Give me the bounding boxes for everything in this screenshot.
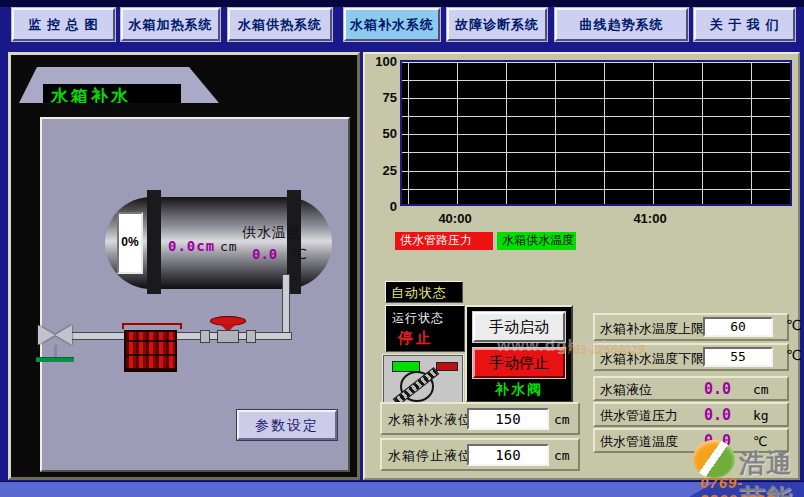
tank-level-value: 0.0 <box>695 380 740 398</box>
tank-level-unit: cm <box>220 239 238 254</box>
tab-curve-trend[interactable]: 曲线趋势系统 <box>555 8 688 41</box>
pipe-vertical <box>282 274 290 340</box>
y-axis-tick: 0 <box>367 199 397 214</box>
refill-level-label: 水箱补水液位 <box>388 411 472 429</box>
supply-temp-label: 供水温度 <box>242 224 302 242</box>
run-status-label: 运行状态 <box>392 310 444 327</box>
diagram-canvas: 0% 0.0cm cm 供水温度 0.0℃ 参数设定 <box>40 117 350 472</box>
pipe-flange <box>246 330 256 343</box>
tank-level-value: 0.0cm <box>168 238 215 254</box>
supply-temp-unit: ℃ <box>291 246 307 262</box>
window-top-strip <box>0 0 804 7</box>
stop-level-label: 水箱停止液位 <box>388 447 472 465</box>
tab-tank-heat-supply[interactable]: 水箱供热系统 <box>228 8 332 41</box>
pipe-pressure-unit: kg <box>753 408 769 423</box>
tank-level-unit: cm <box>753 382 769 397</box>
y-axis-tick: 50 <box>367 126 397 141</box>
valve-base <box>36 357 74 362</box>
page-title: 水箱补水 <box>43 84 181 110</box>
refill-level-input[interactable]: 150 <box>467 408 549 430</box>
y-axis-tick: 75 <box>367 90 397 105</box>
legend-supply-pressure: 供水管路压力 <box>395 232 493 250</box>
supply-temp-readout: 0.0℃ <box>252 246 307 262</box>
legend-tank-supply-temp: 水箱供水温度 <box>497 232 576 250</box>
panel-title-trapezoid: 水箱补水 <box>19 67 219 103</box>
tab-about-us[interactable]: 关 于 我 们 <box>694 8 795 41</box>
tank-strap-icon <box>147 190 161 294</box>
stop-level-input[interactable]: 160 <box>467 444 549 466</box>
stop-level-row: 水箱停止液位 160 cm <box>380 438 580 471</box>
heat-exchanger-icon <box>124 330 177 372</box>
temp-upper-limit-unit: ℃ <box>786 317 802 333</box>
pipe-horizontal <box>66 332 292 340</box>
pipe-flange <box>200 330 210 343</box>
manual-valve-icon <box>38 325 55 345</box>
tank-level-label: 水箱液位 <box>600 381 652 399</box>
tab-monitor-overview[interactable]: 监 控 总 图 <box>12 8 115 41</box>
tank-level-gauge: 0% <box>117 212 143 274</box>
pipe-pressure-value: 0.0 <box>695 406 740 424</box>
x-axis-tick: 41:00 <box>620 211 680 226</box>
watermark-phone-faint: 0769-22664029 <box>560 343 644 357</box>
valve-stem <box>54 345 57 357</box>
temp-upper-limit-input[interactable]: 60 <box>703 317 773 337</box>
pipe-temp-label: 供水管道温度 <box>600 433 678 451</box>
manual-valve-icon <box>55 325 72 345</box>
stop-level-unit: cm <box>554 448 570 463</box>
fill-valve-body <box>217 330 239 343</box>
supply-temp-value: 0.0 <box>252 246 277 262</box>
tank-level-readout: 0.0cm cm <box>168 238 238 254</box>
pipe-pressure-label: 供水管道压力 <box>600 407 678 425</box>
y-axis-tick: 25 <box>367 163 397 178</box>
refill-valve-label: 补水阀 <box>467 381 571 399</box>
bottom-bar-highlight <box>0 482 715 497</box>
red-indicator-light <box>436 362 458 371</box>
pipe-pressure-row: 供水管道压力 0.0 kg <box>593 402 789 427</box>
refill-level-row: 水箱补水液位 150 cm <box>380 402 580 435</box>
tank-diagram-panel: 水箱补水 0% 0.0cm cm 供水温度 0.0℃ 参数设定 <box>8 52 360 480</box>
watermark-phone: 0769-22664029 <box>700 474 804 497</box>
y-axis-tick: 100 <box>367 54 397 69</box>
trend-chart <box>400 60 792 206</box>
temp-lower-limit-input[interactable]: 55 <box>703 347 773 367</box>
x-axis-tick: 40:00 <box>425 211 485 226</box>
auto-status-badge: 自动状态 <box>385 281 463 303</box>
run-status-value: 停止 <box>398 329 434 348</box>
refill-level-unit: cm <box>554 412 570 427</box>
temp-lower-limit-unit: ℃ <box>786 347 802 363</box>
tab-tank-heating[interactable]: 水箱加热系统 <box>121 8 220 41</box>
run-status-box: 运行状态 停止 <box>385 305 465 352</box>
haotong-logo-icon <box>693 440 735 478</box>
params-settings-button[interactable]: 参数设定 <box>237 410 337 440</box>
control-panel: 100 75 50 25 0 40:00 41:00 供水管路压力 水箱供水温度… <box>363 52 800 480</box>
tank-level-row: 水箱液位 0.0 cm <box>593 376 789 401</box>
tab-tank-refill-active[interactable]: 水箱补水系统 <box>344 8 440 41</box>
heat-exchanger-frame <box>122 323 182 329</box>
tab-fault-diagnosis[interactable]: 故障诊断系统 <box>447 8 547 41</box>
valve-indicator-panel <box>383 355 463 403</box>
